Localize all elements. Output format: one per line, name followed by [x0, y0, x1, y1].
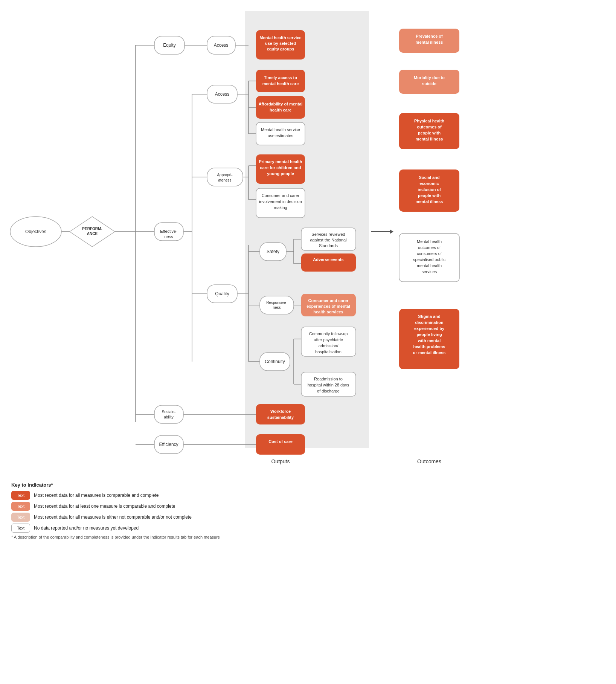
- sustainability-label1: Sustain-: [162, 410, 176, 414]
- outcome-oc4-line4: people with: [418, 193, 441, 198]
- outcome-oc3-line3: people with: [418, 131, 441, 135]
- outcome-oc1-line1: Prevalence of: [416, 34, 443, 38]
- sustainability-label2: ability: [164, 415, 174, 419]
- outcome-oc5-line3: consumers of: [417, 251, 442, 256]
- output-o6-line3: making: [274, 205, 287, 210]
- output-o5-line1: Primary mental health: [259, 159, 302, 164]
- outcome-oc6-line5: with mental: [418, 338, 441, 343]
- key-box-1-label: Text: [17, 493, 24, 498]
- output-o10-line4: hospitalisation: [315, 350, 342, 354]
- output-o2-line2: mental health care: [262, 81, 299, 86]
- output-o10-line3: admission/: [319, 344, 339, 348]
- key-desc-2: Most recent data for at least one measur…: [34, 504, 175, 509]
- outcome-oc6-line1: Stigma and: [418, 314, 440, 319]
- output-o1-line3: equity groups: [267, 47, 294, 51]
- output-o10-line2: after psychiatric: [314, 337, 343, 342]
- quality-label: Quality: [215, 291, 229, 296]
- svg-rect-68: [256, 404, 305, 424]
- key-box-2-label: Text: [17, 504, 24, 508]
- appropriateness-label2: ateness: [218, 178, 231, 182]
- output-o7-line3: Standards: [319, 243, 338, 248]
- key-row-3: Text Most recent data for all measures i…: [11, 513, 350, 522]
- outcome-oc5-line2: outcomes of: [418, 245, 441, 250]
- efficiency-label: Efficiency: [159, 442, 178, 447]
- outcome-oc3-line2: outcomes of: [417, 125, 442, 129]
- output-o13-line1: Cost of care: [268, 439, 293, 444]
- svg-rect-64: [301, 253, 356, 272]
- output-o1-line2: use by selected: [265, 41, 296, 46]
- objectives-label: Objectives: [25, 229, 46, 234]
- diagram-svg: Objectives PERFORM- ANCE Equity Access E…: [8, 8, 497, 478]
- access-equity-label: Access: [214, 43, 229, 48]
- svg-rect-55: [154, 405, 183, 423]
- key-desc-4: No data reported and/or no measures yet …: [34, 525, 139, 531]
- outcome-oc5-line6: services: [422, 269, 437, 274]
- outcome-oc1-line2: mental illness: [416, 40, 443, 44]
- output-o6-line2: involvement in decision: [259, 199, 302, 204]
- output-o11-line1: Readmission to: [314, 377, 343, 381]
- outcome-oc6-line7: or mental illness: [413, 350, 446, 355]
- output-o8-line1: Adverse events: [313, 257, 343, 262]
- effectiveness-label: Effective-: [160, 229, 177, 234]
- output-o1-line1: Mental health service: [259, 35, 301, 40]
- key-box-3: Text: [11, 513, 30, 522]
- svg-rect-58: [256, 70, 305, 92]
- svg-rect-53: [260, 296, 294, 314]
- output-o10-line1: Community follow-up: [309, 331, 348, 336]
- outcome-oc4-line5: mental illness: [416, 199, 443, 204]
- output-o5-line2: care for children and: [260, 165, 301, 170]
- output-o12-line2: sustainability: [267, 415, 294, 420]
- outcome-oc6-line3: experienced by: [414, 326, 445, 331]
- output-o5-line3: young people: [267, 171, 294, 176]
- output-o3-line2: health care: [270, 108, 291, 112]
- output-o6-line1: Consumer and carer: [262, 193, 300, 198]
- output-o11-line2: hospital within 28 days: [308, 383, 349, 387]
- outcome-oc4-line2: economic: [419, 181, 439, 186]
- key-footnote: * A description of the comparability and…: [11, 535, 350, 539]
- outcome-oc4-line3: inclusion of: [418, 187, 441, 192]
- key-box-4-label: Text: [17, 526, 24, 530]
- key-box-1: Text: [11, 491, 30, 500]
- continuity-label: Continuity: [265, 359, 285, 364]
- key-row-2: Text Most recent data for at least one m…: [11, 502, 350, 511]
- svg-rect-69: [256, 434, 305, 455]
- outcome-oc6-line4: people living: [416, 332, 442, 337]
- key-row-4: Text No data reported and/or no measures…: [11, 524, 350, 533]
- outcome-oc3-line4: mental illness: [416, 137, 443, 141]
- output-o4-line1: Mental health service: [261, 127, 300, 132]
- key-row-1: Text Most recent data for all measures i…: [11, 491, 350, 500]
- output-o12-line1: Workforce: [270, 409, 291, 414]
- outcome-oc2-line1: Mortality due to: [414, 75, 445, 80]
- outcome-oc5-line5: mental health: [417, 263, 442, 268]
- output-o9-line2: experiences of mental: [306, 304, 350, 308]
- outcome-oc4-line1: Social and: [419, 175, 439, 180]
- key-title: Key to indicators*: [11, 482, 350, 488]
- output-o4-line2: use estimates: [268, 133, 293, 138]
- output-o11-line3: of discharge: [317, 389, 340, 393]
- outcome-oc2-line2: suicide: [422, 81, 436, 86]
- key-box-2: Text: [11, 502, 30, 511]
- performance-label-1: PERFORM-: [82, 227, 102, 231]
- output-o7-line1: Services reviewed: [311, 232, 345, 237]
- key-section: Key to indicators* Text Most recent data…: [11, 478, 350, 543]
- output-o7-line2: against the National: [310, 238, 346, 242]
- performance-label-2: ANCE: [87, 232, 98, 236]
- output-o3-line1: Affordability of mental: [259, 102, 303, 106]
- output-o9-line3: health services: [313, 310, 343, 314]
- responsiveness-label2: ness: [273, 305, 281, 310]
- output-o9-line1: Consumer and carer: [308, 298, 349, 303]
- svg-rect-59: [256, 96, 305, 119]
- equity-label: Equity: [163, 43, 175, 48]
- key-box-3-label: Text: [17, 515, 24, 519]
- outputs-col-label: Outputs: [271, 458, 290, 464]
- key-desc-3: Most recent data for all measures is eit…: [34, 515, 192, 520]
- key-box-4: Text: [11, 524, 30, 533]
- effectiveness-label2: ness: [164, 234, 173, 239]
- outcome-oc5-line4: specialised public: [413, 257, 446, 262]
- outcome-oc6-line6: health problems: [413, 344, 445, 349]
- svg-marker-43: [390, 229, 393, 234]
- svg-rect-50: [207, 168, 243, 186]
- access-eff-label: Access: [215, 92, 230, 97]
- outcome-oc6-line2: discrimination: [415, 320, 443, 325]
- performance-framework-diagram: Objectives PERFORM- ANCE Equity Access E…: [8, 8, 459, 478]
